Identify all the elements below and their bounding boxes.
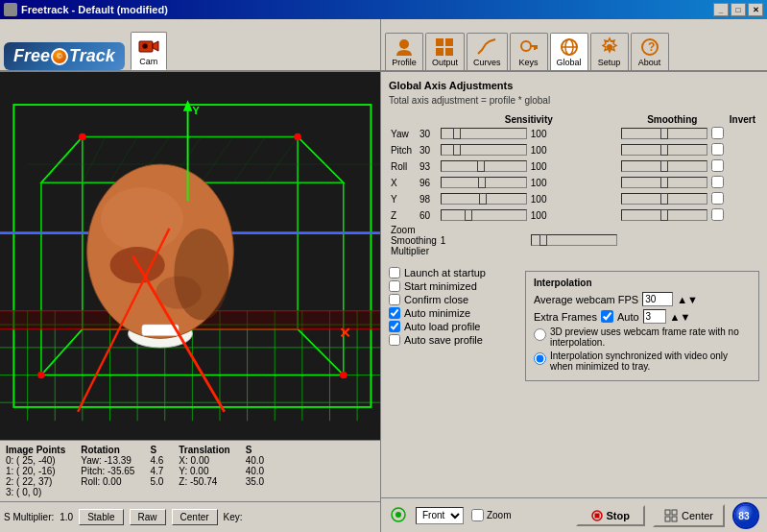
x-smoothing-slider[interactable] <box>621 177 707 188</box>
window-title: Freetrack - Default (modified) <box>21 4 713 15</box>
maximize-button[interactable]: □ <box>731 3 746 16</box>
tab-about[interactable]: ? About <box>631 33 669 70</box>
zoom-checkbox[interactable] <box>471 509 484 521</box>
auto-minimize-row: Auto minimize <box>389 307 514 319</box>
profile-tab-label: Profile <box>392 58 417 67</box>
avg-fps-input[interactable] <box>642 292 673 306</box>
tab-curves[interactable]: Curves <box>467 33 508 70</box>
z-label: Z <box>389 207 418 224</box>
tx-val: X: 0.00 <box>179 455 229 466</box>
tab-profile[interactable]: Profile <box>385 33 423 70</box>
stop-button[interactable]: Stop <box>576 505 645 526</box>
yaw-sensitivity-slider[interactable] <box>441 128 527 139</box>
app-icon <box>4 3 17 16</box>
pitch-sens-val: 30 <box>418 142 439 158</box>
radio2[interactable] <box>534 352 546 365</box>
right-bottom-bar: Front Side Top Zoom Stop <box>381 497 767 532</box>
tz-val: Z: -50.74 <box>179 476 229 487</box>
confirm-close-row: Confirm close <box>389 294 514 305</box>
radio1[interactable] <box>534 328 546 341</box>
extra-frames-auto-checkbox[interactable] <box>601 310 613 323</box>
yaw-smoothing-slider[interactable] <box>621 128 707 139</box>
cam-tab-label: Cam <box>139 57 157 66</box>
launch-startup-checkbox[interactable] <box>389 267 400 278</box>
minimize-button[interactable]: _ <box>713 3 729 16</box>
pitch-sensitivity-slider[interactable] <box>441 144 527 156</box>
stop-icon <box>591 510 603 521</box>
camera-status-icon <box>389 507 408 524</box>
x-invert-checkbox[interactable] <box>711 176 724 188</box>
zoom-label: Zoom <box>487 510 512 520</box>
center-button[interactable]: Center <box>653 504 725 527</box>
about-icon: ? <box>639 36 660 58</box>
table-row: Roll 93 100 <box>389 158 759 175</box>
s-header: S <box>150 445 163 455</box>
z-invert-checkbox[interactable] <box>711 208 724 221</box>
auto-save-label: Auto save profile <box>404 334 483 346</box>
roll-invert-checkbox[interactable] <box>711 159 724 172</box>
left-tab-bar: Free © Track Cam <box>0 19 380 72</box>
setup-icon <box>599 36 620 58</box>
yaw-invert-checkbox[interactable] <box>711 127 724 139</box>
y-sensitivity-slider[interactable] <box>441 193 527 205</box>
auto-load-checkbox[interactable] <box>389 321 400 332</box>
window-controls[interactable]: _ □ ✕ <box>713 3 763 16</box>
confirm-close-label: Confirm close <box>404 294 468 305</box>
confirm-close-checkbox[interactable] <box>389 294 400 305</box>
options-column: Launch at startup Start minimized Confir… <box>389 265 514 381</box>
z-smoothing-slider[interactable] <box>621 209 707 221</box>
sensitivity-header: Sensitivity <box>439 113 619 126</box>
info-bar: Image Points 0: ( 25, -40) 1: ( 20, -16)… <box>0 440 380 501</box>
zoom-option: Zoom <box>471 509 512 521</box>
tab-cam[interactable]: Cam <box>131 32 167 70</box>
tab-keys[interactable]: Keys <box>510 33 548 70</box>
y-smooth-val: 100 <box>529 191 619 207</box>
tab-output[interactable]: Output <box>425 33 465 70</box>
tab-global[interactable]: Global <box>550 33 588 70</box>
yaw-val: Yaw: -13.39 <box>81 455 134 466</box>
auto-minimize-checkbox[interactable] <box>389 307 400 319</box>
svg-rect-61 <box>445 48 453 56</box>
keys-tab-label: Keys <box>518 58 538 67</box>
title-bar: Freetrack - Default (modified) _ □ ✕ <box>0 0 767 19</box>
extra-frames-input[interactable] <box>643 309 666 324</box>
auto-load-label: Auto load profile <box>404 321 481 332</box>
svg-point-57 <box>399 39 409 49</box>
radio1-label: 3D preview uses webcam frame rate with n… <box>550 326 751 348</box>
roll-sensitivity-slider[interactable] <box>441 160 527 172</box>
stable-button[interactable]: Stable <box>79 509 123 525</box>
x-sensitivity-slider[interactable] <box>441 177 527 188</box>
interpolation-title: Interpolation <box>534 278 751 288</box>
tab-setup[interactable]: Setup <box>590 33 629 70</box>
scene-svg: Y ✕ <box>0 72 380 440</box>
output-tab-label: Output <box>432 58 458 67</box>
svg-point-73 <box>395 512 401 518</box>
z-sens-val: 60 <box>418 207 439 224</box>
yaw-smooth-val: 100 <box>529 126 619 142</box>
point-2: 2: ( 22, 37) <box>6 476 65 487</box>
roll-smoothing-slider[interactable] <box>621 160 707 172</box>
y-invert-checkbox[interactable] <box>711 192 724 205</box>
center-left-button[interactable]: Center <box>172 509 218 525</box>
zoom-label: Zoom Smoothing Multiplier <box>389 224 439 257</box>
pitch-smoothing-slider[interactable] <box>621 144 707 156</box>
setup-tab-label: Setup <box>598 58 621 67</box>
auto-save-checkbox[interactable] <box>389 334 400 346</box>
roll-sens-val: 93 <box>418 158 439 175</box>
svg-point-42 <box>101 187 183 252</box>
view-select[interactable]: Front Side Top <box>416 507 464 524</box>
x-smooth-val: 100 <box>529 175 619 191</box>
smoothing-header: Smoothing <box>619 113 726 126</box>
close-button[interactable]: ✕ <box>748 3 763 16</box>
z-sensitivity-slider[interactable] <box>441 209 527 221</box>
svg-text:Y: Y <box>192 105 200 116</box>
svg-point-55 <box>37 372 45 379</box>
svg-point-62 <box>521 41 531 51</box>
x-sens-val: 96 <box>418 175 439 191</box>
point-3: 3: ( 0, 0) <box>6 487 65 497</box>
pitch-invert-checkbox[interactable] <box>711 143 724 156</box>
raw-button[interactable]: Raw <box>130 509 166 525</box>
zoom-slider[interactable] <box>531 234 617 246</box>
start-minimized-checkbox[interactable] <box>389 280 400 292</box>
y-smoothing-slider[interactable] <box>621 193 707 205</box>
